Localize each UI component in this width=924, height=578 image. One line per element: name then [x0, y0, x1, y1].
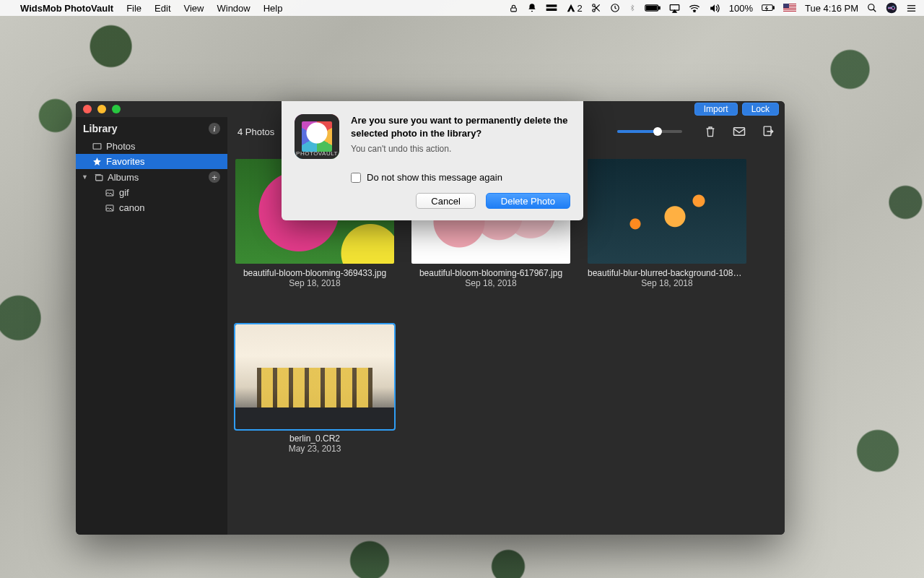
- volume-icon[interactable]: [709, 4, 720, 13]
- thumbnail-size-slider[interactable]: [617, 130, 682, 133]
- photo-filename: berlin_0.CR2: [289, 434, 340, 444]
- app-icon: PHOTOVAULT: [295, 114, 339, 159]
- do-not-show-again-label: Do not show this message again: [367, 172, 502, 183]
- svg-rect-26: [93, 144, 101, 150]
- photo-date: Sep 18, 2018: [641, 278, 692, 288]
- menubar-clock[interactable]: Tue 4:16 PM: [805, 3, 858, 14]
- svg-rect-9: [670, 4, 679, 10]
- lock-icon[interactable]: [509, 4, 518, 13]
- scissors-icon[interactable]: [591, 3, 601, 13]
- cancel-button[interactable]: Cancel: [416, 193, 475, 209]
- sidebar-item-albums[interactable]: ▼ Albums +: [76, 169, 227, 185]
- photo-cell[interactable]: beautiful-blur-blurred-background-108985…: [587, 159, 747, 288]
- power-icon[interactable]: [762, 4, 775, 12]
- adobe-badge-count: 2: [578, 3, 583, 14]
- delete-confirmation-dialog: PHOTOVAULT Are you sure you want to perm…: [282, 101, 583, 220]
- svg-point-4: [593, 9, 596, 12]
- svg-point-3: [593, 4, 596, 7]
- window-close-button[interactable]: [83, 105, 92, 113]
- svg-rect-11: [762, 5, 773, 11]
- sidebar-title: Library: [83, 123, 117, 134]
- photo-date: May 23, 2013: [289, 444, 341, 454]
- sidebar-item-label: gif: [119, 187, 129, 198]
- svg-rect-8: [646, 6, 656, 9]
- photo-date: Sep 18, 2018: [289, 278, 340, 288]
- svg-point-10: [694, 11, 695, 12]
- sidebar-item-photos[interactable]: Photos: [76, 139, 227, 154]
- mail-icon[interactable]: [733, 125, 746, 138]
- battery-icon[interactable]: [645, 4, 661, 12]
- adobe-cc-icon[interactable]: 2: [566, 3, 583, 14]
- notification-center-icon[interactable]: [906, 4, 917, 13]
- photo-thumbnail[interactable]: [588, 159, 746, 264]
- album-icon: [105, 204, 115, 212]
- window-traffic-lights: [83, 105, 121, 113]
- macos-menubar: WidsMob PhotoVault File Edit View Window…: [0, 0, 924, 16]
- svg-rect-17: [783, 8, 796, 9]
- delete-icon[interactable]: [704, 125, 717, 138]
- export-icon[interactable]: [762, 125, 775, 138]
- add-album-button[interactable]: +: [209, 171, 220, 183]
- photo-date: Sep 18, 2018: [465, 278, 516, 288]
- delete-photo-button[interactable]: Delete Photo: [486, 193, 570, 209]
- menu-view[interactable]: View: [184, 3, 204, 14]
- svg-rect-1: [546, 4, 557, 7]
- svg-point-21: [868, 4, 874, 10]
- menu-window[interactable]: Window: [217, 3, 250, 14]
- star-icon: [92, 157, 102, 166]
- battery-percent: 100%: [729, 3, 753, 14]
- menu-help[interactable]: Help: [263, 3, 283, 14]
- notifications-icon[interactable]: [527, 3, 537, 13]
- sidebar-item-favorites[interactable]: Favorites: [76, 154, 227, 169]
- spotlight-icon[interactable]: [867, 3, 877, 13]
- airplay-icon[interactable]: [669, 4, 680, 13]
- sidebar-album-canon[interactable]: canon: [76, 200, 227, 215]
- menubar-app-name[interactable]: WidsMob PhotoVault: [20, 3, 113, 14]
- photo-filename: beautiful-bloom-blooming-617967.jpg: [419, 268, 562, 278]
- sidebar-item-label: Albums: [108, 172, 139, 183]
- wifi-icon[interactable]: [689, 4, 700, 12]
- input-flag-icon[interactable]: [783, 4, 796, 12]
- photo-filename: beautiful-bloom-blooming-369433.jpg: [243, 268, 386, 278]
- siri-icon[interactable]: [886, 2, 897, 14]
- svg-rect-18: [783, 9, 796, 10]
- svg-rect-27: [95, 175, 102, 180]
- timemachine-icon[interactable]: [610, 3, 620, 13]
- import-button[interactable]: Import: [694, 103, 738, 116]
- sidebar-item-label: Photos: [106, 141, 135, 152]
- svg-rect-19: [783, 11, 796, 12]
- svg-rect-0: [510, 7, 516, 11]
- app-icon-caption: PHOTOVAULT: [295, 150, 339, 157]
- sidebar: Library i Photos Favorites ▼ Al: [76, 117, 227, 535]
- disclosure-triangle-icon[interactable]: ▼: [82, 173, 89, 181]
- sidebar-item-label: canon: [119, 202, 144, 213]
- dialog-title: Are you sure you want to permanently del…: [351, 114, 570, 139]
- svg-rect-2: [546, 9, 557, 11]
- svg-rect-12: [773, 7, 774, 9]
- photo-filename: beautiful-blur-blurred-background-108985…: [588, 268, 746, 278]
- bluetooth-icon[interactable]: [629, 3, 636, 13]
- photo-thumbnail[interactable]: [235, 324, 394, 429]
- photo-count-label: 4 Photos: [237, 126, 274, 137]
- lock-button[interactable]: Lock: [742, 103, 779, 116]
- svg-rect-7: [658, 7, 660, 9]
- menu-edit[interactable]: Edit: [154, 3, 170, 14]
- sidebar-header: Library i: [76, 117, 227, 139]
- svg-rect-20: [783, 4, 789, 8]
- sidebar-item-label: Favorites: [106, 156, 144, 167]
- do-not-show-again-row[interactable]: Do not show this message again: [351, 172, 570, 183]
- svg-rect-30: [734, 128, 745, 136]
- disk-icon[interactable]: [546, 4, 557, 12]
- window-zoom-button[interactable]: [112, 105, 121, 113]
- album-icon: [105, 189, 115, 197]
- sidebar-album-gif[interactable]: gif: [76, 185, 227, 200]
- info-icon[interactable]: i: [209, 123, 220, 134]
- photos-icon: [92, 142, 102, 150]
- photo-cell[interactable]: berlin_0.CR2 May 23, 2013: [235, 324, 395, 454]
- window-minimize-button[interactable]: [97, 105, 106, 113]
- do-not-show-again-checkbox[interactable]: [351, 173, 361, 183]
- albums-icon: [93, 173, 103, 181]
- menu-file[interactable]: File: [126, 3, 141, 14]
- dialog-subtitle: You can't undo this action.: [351, 144, 570, 154]
